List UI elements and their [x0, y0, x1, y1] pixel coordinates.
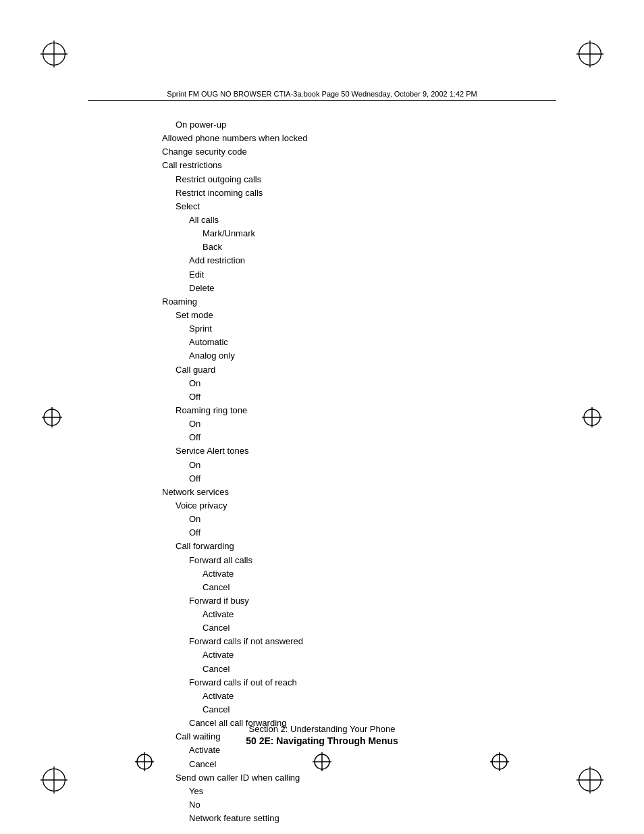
content-line: Change security code	[149, 145, 576, 159]
content-line: Voice privacy	[149, 499, 576, 513]
content-line: Select	[149, 200, 576, 213]
content-line: Sprint	[149, 322, 576, 336]
content-line: Call restrictions	[149, 159, 576, 172]
content-line: Off	[149, 526, 576, 540]
corner-mark-tl	[41, 41, 68, 68]
content-line: Forward all calls	[149, 554, 576, 567]
corner-mark-tr	[576, 41, 603, 68]
bottom-mark-center	[313, 752, 331, 773]
content-line: Off	[149, 472, 576, 486]
content-line: On power-up	[149, 118, 576, 132]
content-line: Cancel	[149, 703, 576, 716]
content-line: Call forwarding	[149, 540, 576, 553]
content-line: Service Alert tones	[149, 444, 576, 458]
content-line: Analog only	[149, 349, 576, 363]
content-line: On	[149, 513, 576, 526]
content-line: Network services	[149, 486, 576, 499]
bottom-mark-left	[135, 752, 154, 773]
content-line: On	[149, 417, 576, 431]
content-line: Activate	[149, 608, 576, 621]
content-line: Cancel	[149, 621, 576, 635]
content-line: Forward if busy	[149, 594, 576, 608]
content-line: Forward calls if out of reach	[149, 676, 576, 689]
content-line: On	[149, 377, 576, 390]
content-line: Restrict incoming calls	[149, 186, 576, 200]
content-line: Mark/Unmark	[149, 227, 576, 240]
content-line: Forward calls if not answered	[149, 635, 576, 648]
header-rule	[88, 100, 556, 101]
content-line: All calls	[149, 213, 576, 227]
content-line: Off	[149, 390, 576, 404]
content-line: No	[149, 798, 576, 812]
content-area: On power-upAllowed phone numbers when lo…	[149, 118, 576, 699]
content-line: Activate	[149, 689, 576, 703]
content-line: Back	[149, 240, 576, 254]
content-line: Restrict outgoing calls	[149, 173, 576, 186]
content-line: Activate	[149, 567, 576, 581]
content-line: Allowed phone numbers when locked	[149, 132, 576, 145]
content-line: Cancel	[149, 581, 576, 594]
side-mark-left	[42, 407, 62, 427]
content-line: Cancel	[149, 662, 576, 676]
content-line: Cancel	[149, 758, 576, 771]
content-line: Automatic	[149, 336, 576, 349]
content-line: On	[149, 459, 576, 472]
bottom-mark-right	[490, 752, 509, 773]
content-line: Network feature setting	[149, 812, 576, 825]
content-line: Add restriction	[149, 254, 576, 267]
page-container: Sprint FM OUG NO BROWSER CTIA-3a.book Pa…	[0, 0, 644, 834]
content-line: Roaming ring tone	[149, 404, 576, 417]
content-line: Send own caller ID when calling	[149, 771, 576, 785]
content-line: Delete	[149, 282, 576, 295]
footer-page: 50 2E: Navigating Through Menus	[88, 735, 556, 746]
corner-mark-bl	[41, 766, 68, 793]
content-line: Set mode	[149, 309, 576, 322]
content-line: Call guard	[149, 363, 576, 377]
header-label: Sprint FM OUG NO BROWSER CTIA-3a.book Pa…	[167, 90, 477, 98]
content-line: Roaming	[149, 295, 576, 309]
content-line: Yes	[149, 785, 576, 798]
footer-section: Section 2: Understanding Your Phone	[88, 724, 556, 734]
footer-area: Section 2: Understanding Your Phone 50 2…	[88, 724, 556, 746]
header-text: Sprint FM OUG NO BROWSER CTIA-3a.book Pa…	[88, 90, 556, 98]
corner-mark-br	[576, 766, 603, 793]
side-mark-right	[582, 407, 602, 427]
content-line: Off	[149, 431, 576, 444]
content-line: Edit	[149, 268, 576, 282]
content-line: Activate	[149, 648, 576, 662]
